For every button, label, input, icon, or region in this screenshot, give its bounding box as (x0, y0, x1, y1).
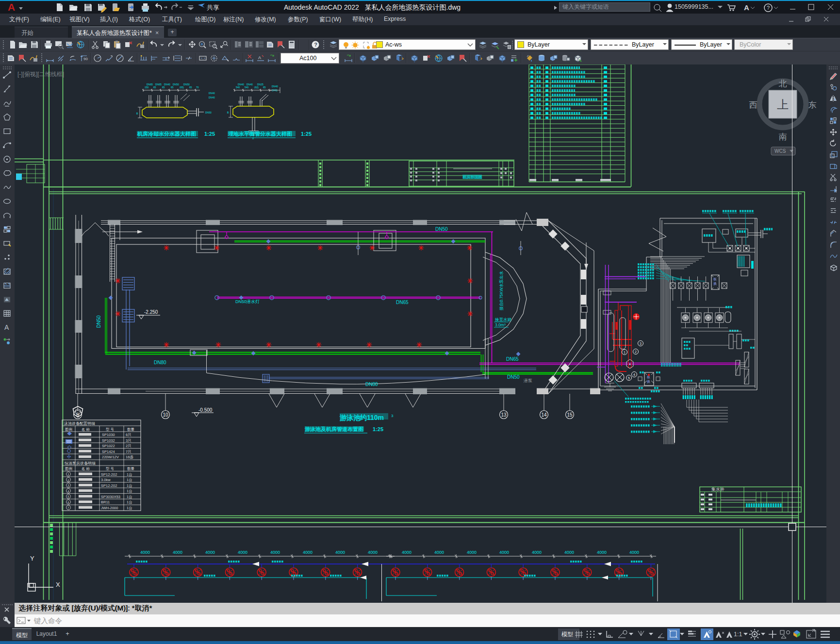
svg-text:模型: 模型 (561, 631, 573, 638)
svg-text:Y: Y (30, 555, 34, 562)
svg-text:北: 北 (779, 79, 787, 88)
svg-text:4000: 4000 (564, 550, 574, 555)
svg-text:DN50: DN50 (96, 315, 101, 328)
svg-text:DN50潜水灯: DN50潜水灯 (235, 299, 260, 304)
svg-text:14: 14 (541, 412, 547, 418)
svg-text:15: 15 (567, 412, 573, 418)
svg-text:5: 5 (628, 376, 630, 380)
svg-text:DN50: DN50 (435, 226, 448, 232)
svg-text:-0.500: -0.500 (198, 407, 213, 413)
svg-text:DN40: DN40 (164, 83, 170, 86)
svg-text:SP1030: SP1030 (102, 433, 115, 437)
svg-text:1:25: 1:25 (204, 131, 215, 137)
svg-text:SP3030X53: SP3030X53 (101, 495, 120, 499)
svg-text:上: 上 (777, 98, 789, 111)
svg-text:540: 540 (236, 86, 240, 89)
svg-text:SP12-202: SP12-202 (101, 483, 117, 488)
svg-text:7只: 7只 (126, 450, 132, 454)
svg-text:接至水箱: 接至水箱 (494, 317, 512, 322)
svg-text:4000: 4000 (532, 550, 542, 555)
svg-text:1台: 1台 (127, 495, 132, 499)
svg-text:泳池设备配置明细: 泳池设备配置明细 (64, 421, 95, 426)
svg-text:4000: 4000 (335, 550, 345, 555)
svg-text:型 号: 型 号 (106, 467, 115, 471)
svg-text:DN40: DN40 (247, 83, 253, 86)
svg-text:4000: 4000 (173, 550, 182, 555)
svg-text:DN65: DN65 (147, 83, 153, 86)
svg-text:65: 65 (153, 86, 156, 89)
svg-text:名 称: 名 称 (82, 427, 90, 432)
svg-text:4000: 4000 (205, 550, 215, 555)
svg-text:3只: 3只 (126, 438, 132, 443)
svg-text:4000: 4000 (270, 550, 280, 555)
svg-text:西: 西 (749, 100, 758, 110)
svg-text:潜泵: 潜泵 (524, 378, 532, 383)
svg-text:4000: 4000 (499, 550, 509, 555)
svg-text:4000: 4000 (597, 550, 607, 555)
svg-text:16盏: 16盏 (126, 455, 133, 459)
svg-text:1台: 1台 (127, 489, 132, 493)
svg-text:65: 65 (162, 86, 165, 89)
svg-text:共享: 共享 (207, 4, 219, 11)
svg-text:DN50: DN50 (183, 83, 190, 86)
svg-text:?: ? (767, 5, 770, 11)
svg-text:名 称: 名 称 (82, 467, 90, 471)
svg-text:DN65: DN65 (396, 300, 409, 305)
svg-text:X: X (56, 581, 60, 588)
svg-text:BR11: BR11 (101, 500, 110, 504)
svg-text:游泳池及机房管道布置图: 游泳池及机房管道布置图 (304, 426, 363, 432)
svg-text:65: 65 (171, 86, 174, 89)
svg-text:恒温泵房设备明细: 恒温泵房设备明细 (64, 461, 96, 466)
svg-text:DN40: DN40 (209, 96, 215, 99)
svg-text:图例: 图例 (65, 427, 72, 432)
svg-text:SP1032: SP1032 (102, 438, 115, 443)
svg-text:数量: 数量 (127, 427, 135, 432)
svg-text:540: 540 (245, 86, 249, 89)
svg-text:板: 板 (713, 277, 717, 281)
svg-text:A: A (744, 3, 749, 12)
svg-text:DN80: DN80 (154, 360, 166, 365)
svg-text:(62): (62) (254, 86, 259, 89)
svg-text:DN50: DN50 (205, 111, 212, 114)
svg-text:DN40: DN40 (209, 92, 215, 95)
svg-text:2: 2 (635, 350, 637, 354)
svg-text:4000: 4000 (402, 550, 412, 555)
svg-text:1台: 1台 (127, 483, 132, 488)
svg-text:4000: 4000 (629, 550, 639, 555)
svg-text:1台: 1台 (127, 478, 132, 482)
svg-text:3.0m³: 3.0m³ (495, 322, 506, 327)
svg-text:板: 板 (646, 375, 650, 379)
svg-text:4000: 4000 (238, 550, 247, 555)
svg-text:机房冷却水分水器大样图: 机房冷却水分水器大样图 (137, 131, 196, 137)
svg-text:DN65: DN65 (155, 83, 162, 86)
svg-text:13: 13 (501, 412, 507, 418)
svg-text:SP12-202: SP12-202 (101, 472, 117, 477)
svg-text:3: 3 (640, 342, 642, 345)
svg-text:-2.250: -2.250 (144, 309, 158, 315)
svg-text:4000: 4000 (467, 550, 477, 555)
svg-text:东: 东 (808, 100, 817, 110)
svg-text:70: 70 (196, 86, 199, 89)
svg-text:换: 换 (713, 282, 717, 286)
svg-text:1台: 1台 (127, 472, 132, 477)
svg-text:DN50: DN50 (173, 83, 179, 86)
svg-text:1:25: 1:25 (373, 426, 383, 432)
svg-text:埋地水平衡管分水器大样图: 埋地水平衡管分水器大样图 (228, 131, 292, 137)
svg-text:游泳池约110m: 游泳池约110m (339, 414, 384, 421)
svg-text:?: ? (314, 42, 317, 48)
svg-text:DN80: DN80 (365, 382, 378, 387)
svg-text:65: 65 (263, 86, 266, 89)
svg-text:10: 10 (163, 412, 168, 418)
svg-text:3: 3 (391, 414, 394, 418)
svg-text:3.0kw: 3.0kw (101, 478, 111, 482)
svg-text:[-][俯视][二维线框]: [-][俯视][二维线框] (17, 71, 64, 78)
svg-text:6只: 6只 (126, 433, 132, 437)
svg-text:65: 65 (189, 86, 192, 89)
svg-text:220W/12V: 220W/12V (102, 455, 119, 459)
svg-text:SP1022: SP1022 (102, 444, 115, 448)
svg-text:1: 1 (624, 351, 626, 354)
svg-text:1台: 1台 (127, 506, 132, 510)
svg-text:1台: 1台 (127, 500, 132, 504)
svg-text:(65): (65) (180, 86, 184, 89)
svg-text:WCS: WCS (774, 148, 786, 154)
